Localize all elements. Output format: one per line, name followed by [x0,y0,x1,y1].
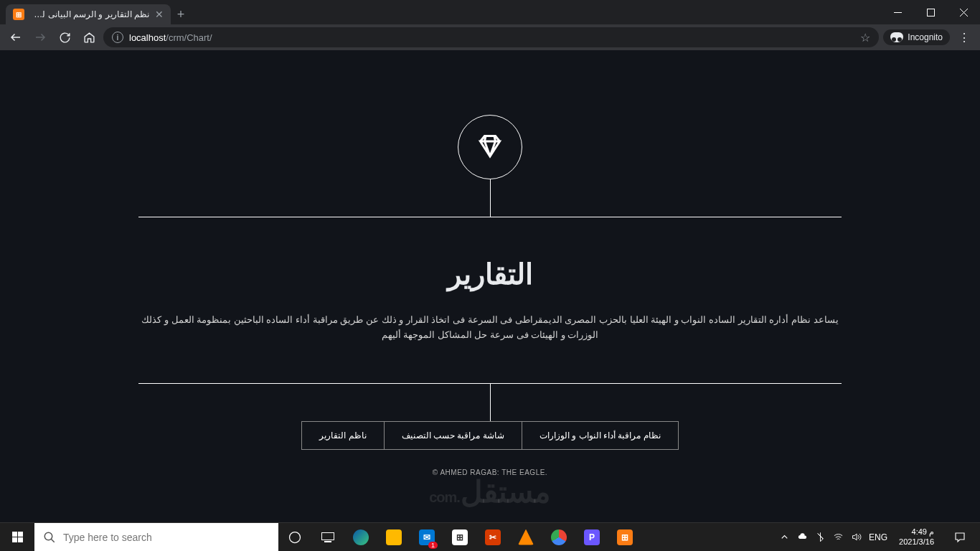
mail-badge: 1 [428,542,438,549]
section-tabs: نظام مراقبة أداء النواب و الوزارات شاشة … [138,421,842,450]
taskbar-search[interactable]: Type here to search [34,523,278,552]
edge-app-icon[interactable] [344,523,377,552]
browser-menu-button[interactable]: ⋮ [954,31,974,44]
task-view-button[interactable] [311,523,344,552]
browser-titlebar: ⊞ نظم التقارير و الرسم البيانى لمنظو ✕ + [0,0,980,24]
incognito-icon [890,32,903,42]
tab-reports-organizer[interactable]: ناظم التقارير [301,421,383,450]
phpstorm-app-icon[interactable]: P [575,523,608,552]
wifi-icon[interactable] [833,532,844,542]
cortana-button[interactable] [278,523,311,552]
bluetooth-icon[interactable] [815,532,826,542]
svg-rect-4 [322,532,334,540]
tab-title: نظم التقارير و الرسم البيانى لمنظو [30,9,149,19]
taskbar-apps: ✉1 ⊞ ✂ P ⊞ [278,523,641,552]
diamond-icon [477,133,503,161]
onedrive-icon[interactable] [797,532,808,542]
windows-taskbar: Type here to search ✉1 ⊞ ✂ P ⊞ ENG 4:49 … [0,522,980,551]
svg-rect-0 [894,12,902,13]
tab-monitoring-deputies[interactable]: نظام مراقبة أداء النواب و الوزارات [522,421,679,450]
mail-app-icon[interactable]: ✉1 [410,523,443,552]
chrome-app-icon[interactable] [542,523,575,552]
action-center-button[interactable] [946,531,974,544]
url-text: localhost/crm/Chart/ [129,32,212,43]
page-content: التقارير يساعد نظام أداره التقارير الساد… [0,50,980,522]
hero-diamond-circle [458,115,522,179]
browser-tab[interactable]: ⊞ نظم التقارير و الرسم البيانى لمنظو ✕ [6,4,171,24]
window-controls [881,0,980,24]
home-button[interactable] [79,27,99,47]
clock-date: 2021/3/16 [899,537,934,547]
system-tray: ENG 4:49 م 2021/3/16 [773,527,980,546]
xampp-app-icon[interactable]: ⊞ [608,523,641,552]
tab-monitoring-classification[interactable]: شاشة مراقبة حسب التصنيف [384,421,522,450]
watermark: مستقل.com [429,474,551,509]
svg-rect-1 [927,9,934,16]
svg-point-3 [290,532,301,542]
xampp-favicon-icon: ⊞ [13,9,24,20]
horizontal-divider-top [138,217,842,217]
svg-point-2 [44,532,52,540]
incognito-indicator[interactable]: Incognito [883,29,950,45]
start-button[interactable] [0,523,34,552]
page-title: التقارير [138,258,842,291]
new-tab-button[interactable]: + [171,4,191,24]
copyright-text: © AHMED RAGAB: THE EAGLE. [0,468,980,476]
reload-button[interactable] [55,27,75,47]
bookmark-icon[interactable]: ☆ [860,31,870,44]
close-tab-icon[interactable]: ✕ [155,9,164,20]
language-indicator[interactable]: ENG [869,532,887,542]
address-bar[interactable]: i localhost/crm/Chart/ ☆ [103,27,879,47]
file-explorer-icon[interactable] [377,523,410,552]
page-description: يساعد نظام أداره التقارير الساده النواب … [138,313,842,343]
clock-time: 4:49 م [899,527,934,537]
store-app-icon[interactable]: ⊞ [443,523,476,552]
site-info-icon[interactable]: i [112,32,123,43]
vertical-connector-bottom [490,384,491,421]
maximize-button[interactable] [914,0,947,24]
windows-logo-icon [12,532,23,542]
incognito-label: Incognito [908,32,943,42]
vlc-app-icon[interactable] [509,523,542,552]
close-window-button[interactable] [947,0,980,24]
minimize-button[interactable] [881,0,914,24]
svg-rect-5 [324,541,331,542]
tray-chevron-icon[interactable] [779,532,790,542]
back-button[interactable] [6,27,26,47]
taskbar-clock[interactable]: 4:49 م 2021/3/16 [895,527,938,546]
vertical-connector [490,179,491,217]
forward-button[interactable] [30,27,50,47]
search-placeholder: Type here to search [63,532,152,543]
browser-toolbar: i localhost/crm/Chart/ ☆ Incognito ⋮ [0,24,980,50]
volume-icon[interactable] [851,532,862,542]
snip-app-icon[interactable]: ✂ [476,523,509,552]
search-icon [43,531,56,544]
